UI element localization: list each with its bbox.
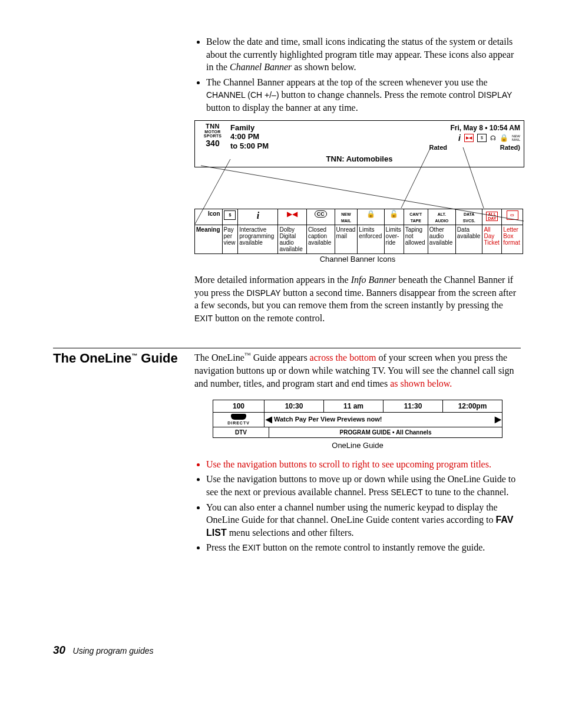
dolby-icon: ▶◀ xyxy=(464,134,474,142)
oneline-bullet-3: You can also enter a channel number usin… xyxy=(206,501,521,539)
icon-cell: 🔓 xyxy=(384,209,404,225)
lock-icon: 🔒 xyxy=(500,133,508,143)
icon-cell: ▶◀ xyxy=(278,209,306,225)
icon-cell: $ xyxy=(222,209,238,225)
banner-datetime: Fri, May 8 • 10:54 AM xyxy=(451,123,520,133)
oneline-bullet-2: Use the navigation buttons to move up or… xyxy=(206,473,521,498)
icon-cell: CC xyxy=(306,209,335,225)
icon-cell: NEWMAIL xyxy=(335,209,358,225)
banner-status-icons: i ▶◀ $ ☊ 🔒 NEWMAIL xyxy=(458,133,520,144)
meaning-cell: Pay per view xyxy=(222,225,238,253)
icon-cell: CAN'TTAPE xyxy=(404,209,428,225)
oneline-section: The OneLine™ Guide The OneLine™ Guide ap… xyxy=(53,348,521,560)
meaning-cell: Limits over-ride xyxy=(384,225,404,253)
banner-rated-right: Rated) xyxy=(500,143,520,152)
intro-bullet-1: Below the date and time, small icons ind… xyxy=(206,35,521,74)
meaning-cell: Letter Box format xyxy=(502,225,523,253)
oneline-bullets: Use the navigation buttons to scroll to … xyxy=(194,458,521,554)
post-banner-paragraph: More detailed information appears in the… xyxy=(194,274,521,324)
meaning-cell: Taping not allowed xyxy=(404,225,428,253)
ol-channel-num: 100 xyxy=(213,400,265,412)
oneline-bullet-4: Press the EXIT button on the remote cont… xyxy=(206,541,521,554)
banner-rated-left: Rated xyxy=(429,143,447,152)
oneline-heading: The OneLine™ Guide xyxy=(53,351,194,366)
ol-guide-label: PROGRAM GUIDE • All Channels xyxy=(269,427,502,438)
new-mail-icon: NEWMAIL xyxy=(512,134,520,141)
interactive-icon: i xyxy=(458,133,461,144)
meaning-cell: Unread mail xyxy=(335,225,358,253)
intro-bullets: Below the date and time, small icons ind… xyxy=(194,35,521,324)
ol-channel-logo: DIRECTV xyxy=(213,413,265,427)
footer-label: Using program guides xyxy=(73,646,154,655)
page-number: 30 xyxy=(53,644,65,656)
ol-callsign: DTV xyxy=(213,427,269,438)
banner-program-title: TNN: Automobiles xyxy=(326,154,393,164)
oneline-intro-paragraph: The OneLine™ Guide appears across the bo… xyxy=(194,351,521,390)
table-header-icon: Icon xyxy=(195,209,223,225)
figure-caption-oneline: OneLine Guide xyxy=(194,440,521,451)
icon-cell: 🔒 xyxy=(358,209,384,225)
icon-cell: ALL DAY xyxy=(482,209,502,225)
ppv-icon: $ xyxy=(477,134,487,142)
meaning-cell: Interactive programming available xyxy=(238,225,278,253)
banner-program-info: Family 4:00 PM to 5:00 PM xyxy=(230,123,269,151)
right-arrow-icon: ▶ xyxy=(494,414,502,425)
intro-bullet-2: The Channel Banner appears at the top of… xyxy=(206,76,521,114)
ol-program-title: Watch Pay Per View Previews now! xyxy=(273,415,494,424)
banner-channel-logo: TNN MOTOR SPORTS 340 xyxy=(199,123,227,151)
icon-cell: ▭ xyxy=(502,209,523,225)
icon-cell: i xyxy=(238,209,278,225)
cc-icon: ☊ xyxy=(490,134,496,143)
icon-cell: DATASVCS. xyxy=(455,209,482,225)
meaning-cell: Dolby Digital audio available xyxy=(278,225,306,253)
channel-banner-icon-table: Icon $i▶◀CCNEWMAIL🔒🔓CAN'TTAPEALT.AUDIODA… xyxy=(194,209,523,254)
left-arrow-icon: ◀ xyxy=(265,414,273,425)
figure-caption-banner: Channel Banner Icons xyxy=(194,254,521,265)
meaning-cell: Limits enforced xyxy=(358,225,384,253)
icon-cell: ALT.AUDIO xyxy=(428,209,455,225)
meaning-cell: Closed caption available xyxy=(306,225,335,253)
oneline-guide-figure: 100 10:30 11 am 11:30 12:00pm DIRECTV ◀ … xyxy=(213,400,503,439)
channel-banner-figure: TNN MOTOR SPORTS 340 Family 4:00 PM to 5… xyxy=(194,120,521,265)
meaning-cell: Data available xyxy=(455,225,482,253)
meaning-cell: All Day Ticket xyxy=(482,225,502,253)
table-header-meaning: Meaning xyxy=(195,225,223,253)
oneline-bullet-1: Use the navigation buttons to scroll to … xyxy=(206,458,521,471)
meaning-cell: Other audio available xyxy=(428,225,455,253)
page-footer: 30 Using program guides xyxy=(53,643,521,658)
